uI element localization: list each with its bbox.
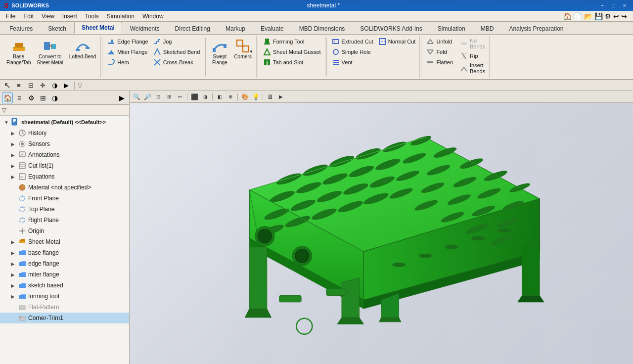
color-btn[interactable]: ◑ [49, 81, 59, 91]
view-shaded-btn[interactable]: ⬛ [189, 92, 199, 102]
corners-btn[interactable]: Corners ▼ [231, 37, 254, 61]
edge-flange-btn[interactable]: Edge Flange [105, 37, 150, 46]
menu-window[interactable]: Window [138, 12, 168, 21]
tab-mbd-dimensions[interactable]: MBD Dimensions [292, 23, 353, 34]
tab-sheet-metal[interactable]: Sheet Metal [74, 22, 122, 34]
tab-mbd[interactable]: MBD [473, 23, 501, 34]
no-bends-btn[interactable]: NoBends [458, 37, 487, 50]
view-color-btn[interactable]: 🎨 [240, 92, 250, 102]
tab-markup[interactable]: Markup [218, 23, 253, 34]
tab-solidworks-addins[interactable]: SOLIDWORKS Add-Ins [353, 23, 429, 34]
save-icon[interactable]: 💾 [594, 12, 603, 20]
select-btn[interactable]: ↖ [2, 81, 12, 91]
tab-weldments[interactable]: Weldments [123, 23, 167, 34]
jog-btn[interactable]: Jog [151, 37, 202, 46]
tree-sensors[interactable]: ▶ Sensors [0, 138, 129, 149]
tree-material[interactable]: ▶ Material <not specified> [0, 182, 129, 193]
vent-btn[interactable]: Vent [330, 57, 375, 67]
fm-more-btn[interactable]: ▶ [116, 92, 127, 103]
minimize-btn[interactable]: − [597, 2, 606, 8]
tab-features[interactable]: Features [2, 23, 40, 34]
tree-top-plane[interactable]: ▶ Top Plane [0, 204, 129, 215]
fm-display-manager-btn[interactable]: ◑ [49, 92, 60, 103]
tree-cutlist[interactable]: ▶ Cut list(1) [0, 160, 129, 171]
more-btn[interactable]: ▶ [61, 81, 71, 91]
redo-icon[interactable]: ↪ [621, 12, 627, 20]
fm-dimxpert-manager-btn[interactable]: ⊞ [38, 92, 48, 103]
close-btn[interactable]: × [620, 2, 629, 8]
forming-tool-btn[interactable]: Forming Tool [261, 37, 323, 46]
convert-to-sm-btn[interactable]: ↷ Convert toSheet Metal [34, 37, 65, 67]
view-display-btn[interactable]: 💡 [251, 92, 261, 102]
view-section-btn[interactable]: ◧ [215, 92, 225, 102]
menu-tools[interactable]: Tools [81, 12, 103, 21]
miter-flange-btn[interactable]: Miter Flange [105, 47, 150, 57]
tree-annotations[interactable]: ▶ A Annotations [0, 149, 129, 160]
view-fit-btn[interactable]: ⊡ [153, 92, 163, 102]
tree-flat-pattern[interactable]: ▶ Flat-Pattern [0, 302, 129, 313]
new-doc-icon[interactable]: 📄 [574, 12, 582, 20]
move-btn[interactable]: ✛ [38, 81, 47, 91]
settings-icon[interactable]: ⚙ [605, 12, 611, 20]
tree-base-flange[interactable]: ▶ base flange [0, 247, 129, 258]
feature-manager-view-btn[interactable]: ≡ [14, 81, 24, 91]
view-more-btn[interactable]: ▶ [276, 92, 286, 102]
view-screen-btn[interactable]: 🖥 [265, 92, 275, 102]
flatten-icon [426, 58, 434, 66]
menu-edit[interactable]: Edit [19, 12, 38, 21]
flatten-btn[interactable]: Flatten [424, 57, 455, 67]
view-zoom-area-btn[interactable]: ⊞ [164, 92, 174, 102]
extruded-cut-btn[interactable]: Extruded Cut [330, 37, 375, 46]
tree-corner-trim1[interactable]: ▶ Corner-Trim1 [0, 313, 129, 323]
tree-origin[interactable]: ▶ Origin [0, 226, 129, 236]
menu-view[interactable]: View [38, 12, 58, 21]
menu-insert[interactable]: Insert [58, 12, 81, 21]
sheet-metal-gusset-btn[interactable]: Sheet Metal Gusset [261, 47, 323, 57]
menu-file[interactable]: File [2, 12, 19, 21]
viewport[interactable]: 🔍 🔎 ⊡ ⊞ ↩ ⬛ ◑ ◧ ⊕ 🎨 💡 🖥 ▶ [130, 91, 633, 364]
tree-sheet-metal[interactable]: ▶ Sheet-Metal [0, 236, 129, 247]
tab-analysis-preparation[interactable]: Analysis Preparation [501, 23, 571, 34]
view-hidden-btn[interactable]: ◑ [200, 92, 210, 102]
fm-property-manager-btn[interactable]: ≡ [14, 92, 25, 103]
tree-front-plane[interactable]: ▶ Front Plane [0, 193, 129, 204]
tab-evaluate[interactable]: Evaluate [253, 23, 291, 34]
tree-edge-flange[interactable]: ▶ edge flange [0, 258, 129, 269]
maximize-btn[interactable]: □ [609, 2, 618, 8]
tab-simulation[interactable]: Simulation [430, 23, 473, 34]
fold-btn[interactable]: Fold [424, 47, 455, 57]
tree-miter-flange[interactable]: ▶ miter flange [0, 269, 129, 280]
open-icon[interactable]: 📂 [584, 12, 592, 20]
insert-bends-btn[interactable]: InsertBends [458, 61, 487, 75]
view-search-btn[interactable]: 🔍 [132, 92, 141, 102]
window-controls[interactable]: − □ × [597, 2, 629, 8]
unfold-btn[interactable]: Unfold [424, 37, 455, 46]
simple-hole-btn[interactable]: Simple Hole [330, 47, 375, 57]
fm-feature-manager-btn[interactable]: 🏠 [2, 92, 13, 103]
tree-forming-tool[interactable]: ▶ forming tool [0, 291, 129, 302]
lofted-bend-btn[interactable]: Lofted-Bend [67, 37, 99, 61]
tree-history[interactable]: ▶ History [0, 128, 129, 138]
tab-direct-editing[interactable]: Direct Editing [168, 23, 218, 34]
view-dynamic-btn[interactable]: ⊕ [226, 92, 235, 102]
tab-sketch[interactable]: Sketch [41, 23, 74, 34]
tree-equations[interactable]: ▶ = Equations [0, 171, 129, 182]
cross-break-btn[interactable]: Cross-Break [151, 57, 202, 67]
fm-configuration-manager-btn[interactable]: ⚙ [26, 92, 37, 103]
normal-cut-btn[interactable]: Normal Cut [376, 37, 418, 46]
hem-btn[interactable]: Hem [105, 57, 150, 67]
tree-sketch-based[interactable]: ▶ sketch based [0, 280, 129, 291]
view-zoom-btn[interactable]: 🔎 [142, 92, 152, 102]
swept-flange-btn[interactable]: SweptFlange [209, 37, 230, 67]
tree-root[interactable]: ▼ sheetmetal (Default) <<Default>> [0, 117, 129, 128]
base-flange-btn[interactable]: BaseFlange/Tab [4, 37, 33, 67]
tree-right-plane[interactable]: ▶ Right Plane [0, 215, 129, 226]
menu-simulation[interactable]: Simulation [103, 12, 138, 21]
collapse-btn[interactable]: ⊟ [26, 81, 36, 91]
rip-btn[interactable]: Rip [458, 51, 487, 61]
sketched-bend-btn[interactable]: Sketched Bend [151, 47, 202, 57]
undo-icon[interactable]: ↩ [613, 12, 619, 20]
view-prev-btn[interactable]: ↩ [175, 92, 185, 102]
tab-and-slot-btn[interactable]: Tab and Slot [261, 57, 323, 67]
home-icon[interactable]: 🏠 [563, 12, 572, 20]
